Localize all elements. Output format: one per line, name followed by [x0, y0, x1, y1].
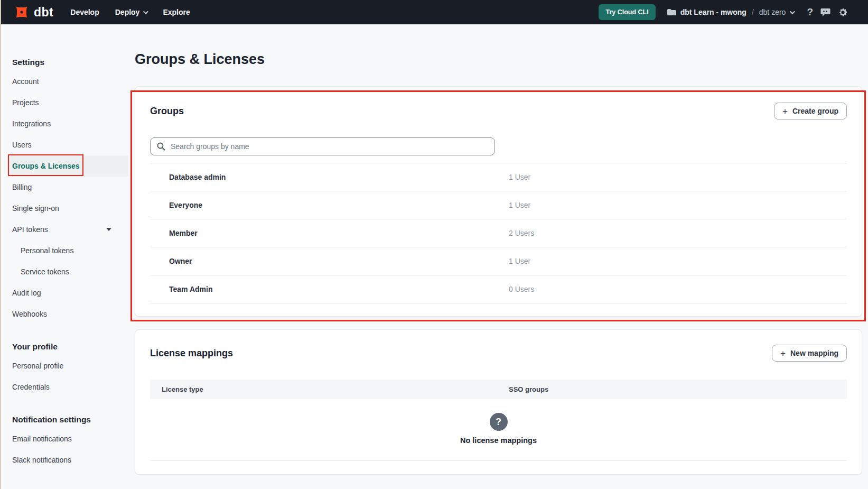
page-title: Groups & Licenses: [135, 51, 862, 68]
sidebar-item-groups-licenses[interactable]: Groups & Licenses: [1, 155, 128, 177]
try-cloud-cli-button[interactable]: Try Cloud CLI: [599, 4, 655, 20]
groups-card: Groups + Create group Database adm: [135, 86, 862, 317]
folder-icon: [667, 8, 676, 16]
caret-down-icon: [106, 228, 111, 231]
sidebar-item-service-tokens[interactable]: Service tokens: [1, 261, 128, 282]
plus-icon: +: [780, 349, 786, 358]
account-name: dbt Learn - mwong: [680, 8, 746, 16]
sidebar-item-label: Account: [12, 77, 39, 86]
sidebar-item-label: Users: [12, 141, 32, 149]
sidebar-item-label: Groups & Licenses: [12, 162, 80, 170]
sidebar-heading-settings: Settings: [1, 57, 128, 68]
search-icon: [157, 142, 165, 151]
brand-name: dbt: [34, 5, 53, 20]
group-user-count: 1 User: [509, 173, 530, 181]
group-row-member[interactable]: Member 2 Users: [150, 219, 847, 247]
sidebar-item-api-tokens[interactable]: API tokens: [1, 219, 128, 240]
nav-item-label: Deploy: [115, 8, 140, 16]
group-row-database-admin[interactable]: Database admin 1 User: [150, 163, 847, 191]
top-navbar: dbt Develop Deploy Explore Try Cloud CLI…: [1, 0, 868, 24]
group-row-team-admin[interactable]: Team Admin 0 Users: [150, 275, 847, 303]
sidebar-item-label: Personal profile: [12, 362, 63, 370]
sidebar-item-audit-log[interactable]: Audit log: [1, 282, 128, 303]
group-name: Everyone: [169, 201, 202, 209]
gear-icon[interactable]: [838, 7, 848, 17]
groups-search: [150, 137, 495, 155]
group-row-owner[interactable]: Owner 1 User: [150, 247, 847, 275]
column-sso-groups: SSO groups: [509, 385, 548, 393]
sidebar-item-personal-profile[interactable]: Personal profile: [1, 355, 128, 376]
new-mapping-label: New mapping: [790, 349, 838, 357]
group-user-count: 0 Users: [509, 285, 534, 293]
sidebar-item-label: Audit log: [12, 289, 41, 297]
nav-item-deploy[interactable]: Deploy: [115, 8, 147, 16]
groups-heading: Groups: [150, 105, 184, 117]
help-icon[interactable]: ?: [807, 6, 813, 18]
sidebar-item-label: Webhooks: [12, 310, 47, 318]
sidebar-item-integrations[interactable]: Integrations: [1, 113, 128, 134]
question-circle-icon: ?: [490, 413, 508, 431]
group-user-count: 2 Users: [509, 229, 534, 237]
sidebar-item-email-notifications[interactable]: Email notifications: [1, 428, 128, 449]
create-group-label: Create group: [792, 107, 838, 115]
project-name: dbt zero: [759, 8, 786, 16]
sidebar-item-credentials[interactable]: Credentials: [1, 376, 128, 398]
dbt-logo-icon: [14, 4, 30, 20]
sidebar-item-label: Billing: [12, 183, 32, 191]
group-name: Team Admin: [169, 285, 212, 293]
license-mappings-card: License mappings + New mapping License t…: [135, 329, 862, 475]
group-name: Member: [169, 229, 198, 237]
column-license-type: License type: [162, 385, 203, 393]
navbar-icon-group: ?: [807, 6, 848, 18]
sidebar-item-users[interactable]: Users: [1, 134, 128, 155]
dbt-brand[interactable]: dbt: [14, 4, 53, 20]
sidebar-item-label: Service tokens: [21, 267, 69, 276]
group-name: Database admin: [169, 173, 226, 181]
group-user-count: 1 User: [509, 201, 530, 209]
sidebar-item-webhooks[interactable]: Webhooks: [1, 303, 128, 325]
sidebar-item-label: Email notifications: [12, 435, 72, 443]
nav-item-develop[interactable]: Develop: [70, 8, 99, 16]
group-user-count: 1 User: [509, 257, 530, 265]
sidebar-item-label: Slack notifications: [12, 456, 71, 464]
sidebar-item-slack-notifications[interactable]: Slack notifications: [1, 449, 128, 470]
breadcrumb-separator: /: [752, 8, 754, 16]
sidebar-item-label: API tokens: [12, 225, 48, 234]
divider: [150, 460, 847, 461]
sidebar-item-projects[interactable]: Projects: [1, 92, 128, 113]
nav-item-label: Develop: [70, 8, 99, 16]
new-mapping-button[interactable]: + New mapping: [772, 345, 847, 362]
sidebar-item-label: Personal tokens: [21, 246, 73, 255]
nav-menu: Develop Deploy Explore: [70, 8, 190, 16]
main-content: Groups & Licenses Groups + Create group: [128, 24, 868, 489]
sidebar-item-label: Single sign-on: [12, 204, 59, 213]
navbar-right: Try Cloud CLI dbt Learn - mwong / dbt ze…: [599, 4, 848, 20]
sidebar-item-personal-tokens[interactable]: Personal tokens: [1, 240, 128, 261]
group-row-everyone[interactable]: Everyone 1 User: [150, 191, 847, 219]
chevron-down-icon: [790, 9, 795, 14]
sidebar-item-label: Credentials: [12, 383, 50, 391]
sidebar-heading-notification-settings: Notification settings: [1, 414, 128, 425]
sidebar-item-label: Integrations: [12, 119, 51, 128]
groups-list: Database admin 1 User Everyone 1 User Me…: [150, 163, 847, 303]
sidebar-item-single-sign-on[interactable]: Single sign-on: [1, 198, 128, 219]
sidebar-item-label: Projects: [12, 98, 39, 107]
feedback-icon[interactable]: [820, 8, 830, 17]
plus-icon: +: [782, 107, 788, 116]
nav-item-explore[interactable]: Explore: [163, 8, 190, 16]
empty-state-text: No license mappings: [460, 436, 537, 445]
settings-sidebar: Settings Account Projects Integrations U…: [1, 24, 128, 489]
license-empty-state: ? No license mappings: [150, 399, 847, 445]
nav-item-label: Explore: [163, 8, 190, 16]
chevron-down-icon: [143, 9, 148, 14]
search-groups-input[interactable]: [171, 142, 488, 151]
account-project-switcher[interactable]: dbt Learn - mwong / dbt zero: [667, 8, 794, 16]
sidebar-heading-your-profile: Your profile: [1, 342, 128, 352]
license-mappings-heading: License mappings: [150, 347, 233, 359]
license-table-header: License type SSO groups: [150, 380, 847, 399]
create-group-button[interactable]: + Create group: [774, 103, 847, 119]
sidebar-item-account[interactable]: Account: [1, 71, 128, 92]
sidebar-item-billing[interactable]: Billing: [1, 177, 128, 198]
group-name: Owner: [169, 257, 192, 265]
